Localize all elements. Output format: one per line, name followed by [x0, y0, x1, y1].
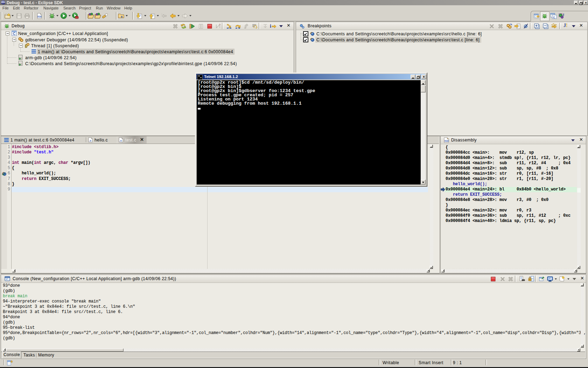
svg-text:.c: .c: [119, 139, 122, 142]
svg-text:010: 010: [444, 140, 449, 142]
svg-text:010: 010: [37, 15, 42, 18]
svg-text:C: C: [13, 32, 16, 36]
svg-text:.c: .c: [89, 139, 92, 142]
svg-text:i: i: [270, 23, 271, 29]
svg-text:C: C: [553, 16, 555, 19]
svg-text:J: J: [562, 13, 564, 17]
